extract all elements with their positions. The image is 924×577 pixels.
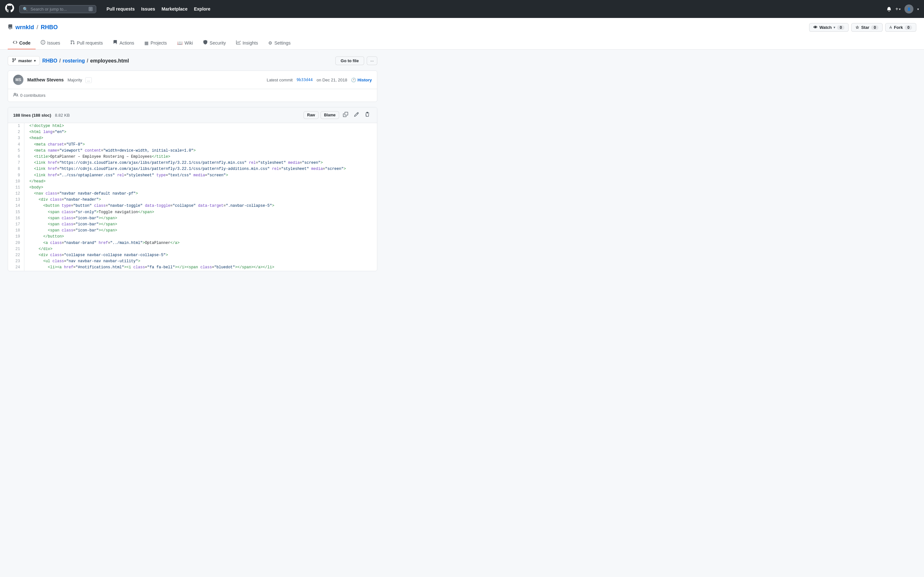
commit-message: Majority — [67, 77, 82, 82]
table-row: 14 <button type="button" class="navbar-t… — [8, 203, 377, 209]
table-row: 9 <link href="../css/optaplanner.css" re… — [8, 172, 377, 179]
table-row: 4 <meta charset="UTF-8"> — [8, 142, 377, 148]
line-number[interactable]: 8 — [8, 166, 24, 172]
table-row: 20 <a class="navbar-brand" href="../main… — [8, 240, 377, 246]
repo-actions: 👁 Watch ▾ 0 ☆ Star 0 ⑃ Fork 0 — [809, 23, 916, 32]
author-name-link[interactable]: Matthew Stevens — [27, 77, 64, 82]
line-number[interactable]: 1 — [8, 123, 24, 129]
search-placeholder: Search or jump to... — [31, 7, 67, 11]
line-number[interactable]: 21 — [8, 246, 24, 252]
line-number[interactable]: 15 — [8, 210, 24, 215]
line-number[interactable]: 5 — [8, 148, 24, 154]
marketplace-link[interactable]: Marketplace — [159, 5, 190, 13]
line-number[interactable]: 7 — [8, 160, 24, 166]
history-link[interactable]: 🕐 History — [351, 77, 372, 82]
notifications-bell-button[interactable] — [887, 6, 892, 11]
line-number[interactable]: 22 — [8, 252, 24, 258]
branch-icon — [12, 58, 16, 63]
tab-actions-label: Actions — [120, 40, 134, 45]
tab-wiki[interactable]: 📖 Wiki — [172, 37, 198, 49]
line-number[interactable]: 12 — [8, 191, 24, 197]
explore-link[interactable]: Explore — [191, 5, 213, 13]
repo-owner-link[interactable]: wrnkld — [15, 24, 34, 31]
fork-button[interactable]: ⑃ Fork 0 — [885, 23, 916, 32]
line-number[interactable]: 17 — [8, 221, 24, 227]
file-info: 188 lines (188 sloc) 8.82 KB — [13, 113, 69, 118]
file-viewer-header: 188 lines (188 sloc) 8.82 KB Raw Blame — [8, 107, 377, 123]
line-number[interactable]: 14 — [8, 203, 24, 209]
create-new-button[interactable]: + ▾ — [895, 6, 901, 12]
repo-name-link[interactable]: RHBO — [41, 24, 58, 31]
top-nav-right: + ▾ 👤 ▾ — [887, 5, 919, 13]
table-row: 23 <ul class="nav navbar-nav navbar-util… — [8, 258, 377, 264]
blame-button[interactable]: Blame — [320, 111, 339, 119]
branch-selector[interactable]: master ▾ — [8, 56, 40, 65]
line-number[interactable]: 9 — [8, 172, 24, 179]
commit-hash-link[interactable]: 9b33d44 — [296, 77, 313, 82]
tab-issues-label: Issues — [47, 40, 60, 45]
tab-insights[interactable]: Insights — [231, 37, 263, 49]
line-code: <a class="navbar-brand" href="../main.ht… — [24, 240, 377, 246]
security-icon — [203, 40, 208, 45]
line-number[interactable]: 18 — [8, 227, 24, 234]
user-avatar-button[interactable]: 👤 — [905, 5, 913, 13]
line-number[interactable]: 2 — [8, 129, 24, 135]
tab-pull-requests[interactable]: Pull requests — [65, 37, 108, 49]
pull-requests-link[interactable]: Pull requests — [104, 5, 137, 13]
line-number[interactable]: 11 — [8, 185, 24, 191]
search-bar[interactable]: 🔍 Search or jump to... / — [19, 5, 96, 13]
plus-icon: + — [895, 6, 898, 12]
code-container: 1 <!doctype html> 2 <html lang="en"> 3 <… — [8, 123, 377, 271]
copy-raw-button[interactable] — [341, 111, 350, 119]
line-code: <nav class="navbar navbar-default navbar… — [24, 191, 377, 197]
tab-issues[interactable]: Issues — [36, 37, 65, 49]
history-clock-icon: 🕐 — [351, 77, 356, 82]
line-number[interactable]: 10 — [8, 179, 24, 185]
repo-header: wrnkld / RHBO 👁 Watch ▾ 0 ☆ Star 0 ⑃ For… — [0, 18, 924, 50]
line-number[interactable]: 20 — [8, 240, 24, 246]
issues-link[interactable]: Issues — [139, 5, 158, 13]
line-number[interactable]: 4 — [8, 142, 24, 148]
commit-box: MS Matthew Stevens Majority ... Latest c… — [8, 71, 377, 102]
line-code: <head> — [24, 135, 377, 141]
watch-label: Watch — [819, 25, 832, 30]
tab-projects[interactable]: ▦ Projects — [139, 37, 172, 49]
table-row: 5 <meta name="viewport" content="width=d… — [8, 148, 377, 154]
tab-code[interactable]: Code — [8, 37, 36, 49]
more-options-button[interactable]: ··· — [367, 56, 377, 65]
commit-right: Latest commit 9b33d44 on Dec 21, 2018 🕐 … — [267, 77, 372, 82]
fork-icon: ⑃ — [889, 25, 892, 30]
repo-title-row: wrnkld / RHBO 👁 Watch ▾ 0 ☆ Star 0 ⑃ For… — [8, 23, 916, 32]
table-row: 17 <span class="icon-bar"></span> — [8, 221, 377, 227]
line-code: <li><a href="#notifications.html"><i cla… — [24, 264, 377, 271]
line-code: </button> — [24, 234, 377, 240]
tab-security-label: Security — [210, 40, 226, 45]
tab-actions[interactable]: Actions — [108, 37, 139, 49]
breadcrumb-repo-link[interactable]: RHBO — [42, 58, 57, 64]
tab-settings[interactable]: ⚙ Settings — [263, 37, 296, 49]
watch-button[interactable]: 👁 Watch ▾ 0 — [809, 23, 849, 32]
line-number[interactable]: 6 — [8, 154, 24, 160]
raw-button[interactable]: Raw — [304, 111, 318, 119]
table-row: 13 <div class="navbar-header"> — [8, 197, 377, 203]
repo-book-icon — [8, 24, 13, 31]
main-content: master ▾ RHBO / rostering / employees.ht… — [0, 50, 385, 277]
avatar-chevron-icon: ▾ — [917, 7, 919, 11]
table-row: 7 <link href="https://cdnjs.cloudflare.c… — [8, 160, 377, 166]
line-number[interactable]: 13 — [8, 197, 24, 203]
author-initials: MS — [15, 77, 21, 82]
line-number[interactable]: 3 — [8, 135, 24, 141]
star-button[interactable]: ☆ Star 0 — [851, 23, 883, 32]
github-logo[interactable] — [5, 3, 14, 15]
delete-file-button[interactable] — [363, 111, 372, 119]
line-number[interactable]: 23 — [8, 258, 24, 264]
go-to-file-button[interactable]: Go to file — [335, 56, 364, 65]
line-number[interactable]: 19 — [8, 234, 24, 240]
line-number[interactable]: 16 — [8, 215, 24, 221]
repo-path-separator: / — [37, 24, 38, 31]
breadcrumb-folder-link[interactable]: rostering — [63, 58, 85, 64]
line-number[interactable]: 24 — [8, 264, 24, 271]
insights-icon — [236, 40, 241, 45]
tab-security[interactable]: Security — [198, 37, 231, 49]
edit-file-button[interactable] — [352, 111, 361, 119]
